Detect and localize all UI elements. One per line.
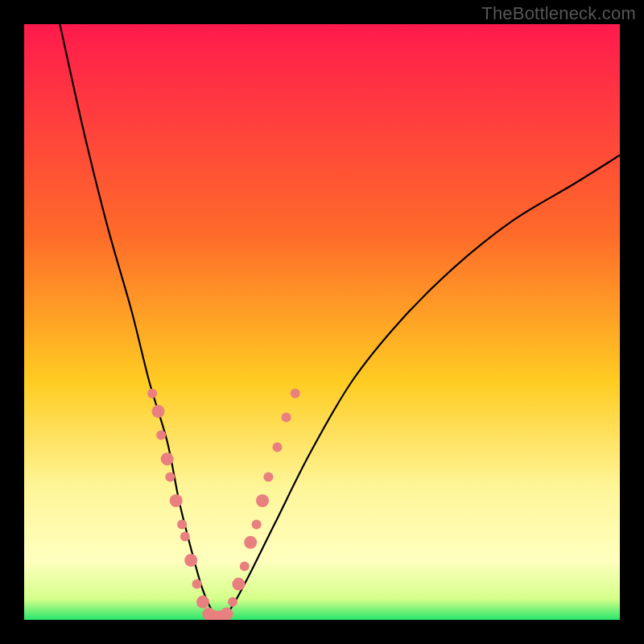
scatter-point <box>156 431 166 440</box>
scatter-point <box>177 520 187 530</box>
scatter-point <box>152 405 165 418</box>
chart-container: TheBottleneck.com <box>0 0 644 644</box>
scatter-point <box>263 472 273 481</box>
scatter-point <box>221 608 233 620</box>
scatter-point <box>244 536 257 549</box>
scatter-point <box>184 554 197 567</box>
scatter-point <box>291 389 300 398</box>
scatter-point <box>165 472 175 481</box>
scatter-point <box>161 452 174 465</box>
scatter-point <box>273 442 283 452</box>
scatter-point <box>180 531 190 541</box>
scatter-point <box>256 494 269 507</box>
scatter-point <box>147 389 157 398</box>
bottleneck-chart <box>24 24 620 620</box>
scatter-point <box>170 494 183 507</box>
scatter-point <box>240 561 250 571</box>
scatter-point <box>196 596 209 609</box>
scatter-point <box>192 580 202 589</box>
scatter-point <box>252 520 262 530</box>
scatter-point <box>232 578 245 591</box>
scatter-point <box>282 412 291 422</box>
gradient-background <box>24 24 620 620</box>
scatter-point <box>228 597 237 607</box>
watermark-text: TheBottleneck.com <box>481 3 636 24</box>
